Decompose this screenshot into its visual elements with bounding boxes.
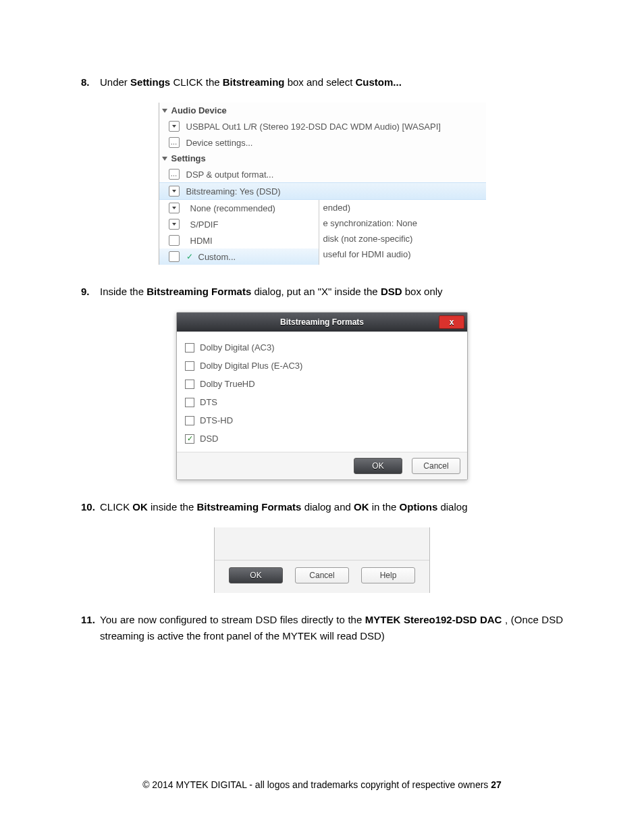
- step-number: 9.: [81, 284, 100, 300]
- checkbox-icon[interactable]: [185, 398, 194, 407]
- button-label: Cancel: [423, 461, 448, 471]
- menu-item-hdmi[interactable]: HDMI: [159, 232, 319, 249]
- settings-panel: Audio Device USBPAL Out1 L/R (Stereo 192…: [159, 103, 486, 265]
- bold: Options: [400, 501, 438, 513]
- ellipsis-icon: [169, 137, 180, 148]
- format-label: DTS-HD: [200, 415, 233, 425]
- device-settings-label: Device settings...: [186, 138, 253, 148]
- bitstreaming-formats-dialog: Bitstreaming Formats x Dolby Digital (AC…: [176, 312, 468, 480]
- format-row-eac3[interactable]: Dolby Digital Plus (E-AC3): [185, 357, 459, 375]
- menu-label: HDMI: [190, 236, 213, 246]
- menu-item-spdif[interactable]: S/PDIF: [159, 216, 319, 232]
- step-number: 8.: [81, 74, 100, 90]
- text: You are now configured to stream DSD fil…: [100, 614, 365, 625]
- checkbox-icon[interactable]: ✓: [185, 434, 194, 444]
- button-label: OK: [250, 571, 261, 580]
- underlying-rows: ended) e synchronization: None disk (not…: [319, 200, 486, 265]
- format-label: DSD: [200, 434, 218, 444]
- dialog-titlebar: Bitstreaming Formats x: [177, 313, 467, 332]
- button-label: OK: [372, 461, 383, 471]
- bold: DSD: [381, 286, 402, 297]
- button-label: Help: [380, 571, 397, 580]
- partial-text: ended): [319, 200, 486, 215]
- partial-text: useful for HDMI audio): [319, 246, 486, 262]
- check-icon: ✓: [186, 252, 193, 261]
- dialog-title: Bitstreaming Formats: [280, 317, 364, 327]
- step-10: 10. CLICK OK inside the Bitstreaming For…: [81, 499, 563, 515]
- ellipsis-icon: [169, 169, 180, 180]
- dropdown-icon: [169, 219, 180, 230]
- help-button[interactable]: Help: [361, 567, 415, 583]
- copyright-text: © 2014 MYTEK DIGITAL - all logos and tra…: [142, 779, 491, 790]
- bitstreaming-label: Bitstreaming: Yes (DSD): [186, 186, 281, 197]
- dropdown-icon: [169, 203, 180, 213]
- disclosure-triangle-icon: [162, 109, 167, 113]
- partial-text: e synchronization: None: [319, 215, 486, 231]
- text: dialog: [440, 501, 467, 513]
- text: Inside the: [100, 286, 146, 297]
- checkbox-icon[interactable]: [185, 361, 194, 371]
- checkbox-icon[interactable]: [185, 416, 194, 425]
- bitstreaming-menu: None (recommended) S/PDIF HDMI ✓ Custom.…: [159, 200, 319, 265]
- close-button[interactable]: x: [439, 315, 464, 329]
- bold: OK: [132, 501, 148, 513]
- section-label: Audio Device: [171, 105, 227, 115]
- dsp-row[interactable]: DSP & output format...: [159, 166, 486, 182]
- page-number: 27: [491, 779, 502, 790]
- device-name: USBPAL Out1 L/R (Stereo 192-DSD DAC WDM …: [186, 122, 441, 132]
- section-audio-device[interactable]: Audio Device: [159, 103, 486, 118]
- text: Under: [100, 76, 130, 88]
- format-label: Dolby TrueHD: [200, 379, 255, 389]
- menu-label: None (recommended): [190, 203, 275, 213]
- bold: Settings: [130, 76, 170, 88]
- cancel-button[interactable]: Cancel: [295, 567, 349, 583]
- options-dialog-buttons: OK Cancel Help: [214, 527, 430, 593]
- step-number: 11.: [81, 612, 100, 644]
- ok-button[interactable]: OK: [229, 567, 283, 583]
- format-row-dtshd[interactable]: DTS-HD: [185, 411, 459, 429]
- bold: MYTEK Stereo192-DSD DAC: [365, 614, 502, 625]
- ok-button[interactable]: OK: [354, 458, 402, 474]
- cancel-button[interactable]: Cancel: [412, 458, 460, 474]
- format-label: DTS: [200, 397, 217, 407]
- page-footer: © 2014 MYTEK DIGITAL - all logos and tra…: [81, 779, 563, 790]
- bold: Bitstreaming Formats: [196, 501, 301, 513]
- disclosure-triangle-icon: [162, 157, 167, 161]
- text: inside the: [151, 501, 196, 513]
- close-icon: x: [450, 317, 454, 327]
- checkbox-icon: [169, 251, 180, 262]
- bold: Bitstreaming Formats: [146, 286, 251, 297]
- text: box only: [405, 286, 443, 297]
- device-select-row[interactable]: USBPAL Out1 L/R (Stereo 192-DSD DAC WDM …: [159, 118, 486, 134]
- bold: OK: [354, 501, 369, 513]
- format-row-dts[interactable]: DTS: [185, 393, 459, 411]
- bold: Custom...: [356, 76, 402, 88]
- format-row-dsd[interactable]: ✓ DSD: [185, 429, 459, 448]
- checkbox-icon[interactable]: [185, 343, 194, 353]
- text: CLICK the: [173, 76, 222, 88]
- step-8: 8. Under Settings CLICK the Bitstreaming…: [81, 74, 563, 90]
- text: in the: [372, 501, 400, 513]
- bitstreaming-row[interactable]: Bitstreaming: Yes (DSD): [159, 182, 486, 200]
- checkbox-icon[interactable]: [185, 380, 194, 389]
- format-label: Dolby Digital (AC3): [200, 342, 275, 353]
- text: dialog, put an "X" inside the: [254, 286, 380, 297]
- step-9: 9. Inside the Bitstreaming Formats dialo…: [81, 284, 563, 300]
- partial-text: disk (not zone-specific): [319, 231, 486, 246]
- device-settings-row[interactable]: Device settings...: [159, 134, 486, 151]
- format-row-ac3[interactable]: Dolby Digital (AC3): [185, 338, 459, 357]
- format-label: Dolby Digital Plus (E-AC3): [200, 361, 302, 371]
- dropdown-icon: [169, 186, 180, 197]
- button-label: Cancel: [309, 571, 334, 580]
- section-label: Settings: [171, 153, 206, 163]
- step-11: 11. You are now configured to stream DSD…: [81, 612, 563, 644]
- menu-item-custom[interactable]: ✓ Custom...: [159, 249, 319, 265]
- step-number: 10.: [81, 499, 100, 515]
- text: CLICK: [100, 501, 132, 513]
- menu-item-none[interactable]: None (recommended): [159, 200, 319, 216]
- document-page: 8. Under Settings CLICK the Bitstreaming…: [0, 0, 644, 817]
- format-row-truehd[interactable]: Dolby TrueHD: [185, 375, 459, 393]
- text: dialog and: [304, 501, 354, 513]
- section-settings[interactable]: Settings: [159, 151, 486, 166]
- bold: Bitstreaming: [223, 76, 285, 88]
